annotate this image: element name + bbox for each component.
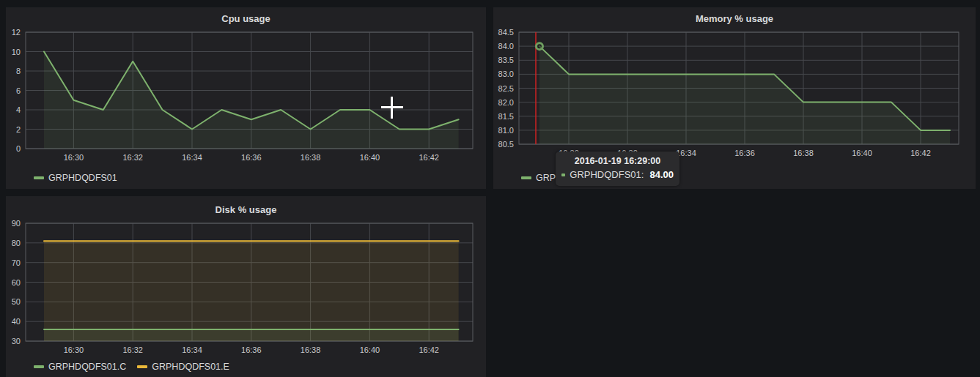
svg-text:16:42: 16:42 [419,153,439,162]
svg-text:16:42: 16:42 [910,149,931,157]
svg-text:80: 80 [12,239,21,247]
svg-text:50: 50 [12,297,21,306]
svg-text:83.5: 83.5 [498,56,514,64]
svg-text:16:30: 16:30 [64,153,84,162]
svg-text:12: 12 [12,28,21,37]
svg-text:90: 90 [12,219,21,228]
svg-text:2: 2 [16,125,21,134]
svg-text:10: 10 [12,48,21,56]
svg-text:16:38: 16:38 [301,346,321,354]
panel-title-memory[interactable]: Memory % usage [493,7,976,24]
series-color-dash-icon [34,365,44,368]
cpu-usage-chart[interactable]: 02468101216:3016:3216:3416:3616:3816:401… [6,7,486,189]
svg-text:81.5: 81.5 [498,112,514,121]
svg-text:80.5: 80.5 [498,140,514,149]
svg-text:16:40: 16:40 [852,149,872,157]
series-color-dash-icon [34,176,44,179]
svg-text:40: 40 [12,317,21,326]
tooltip-series-color-dash [561,173,565,176]
tooltip-series-row: GRPHDQDFS01: 84.00 [561,169,674,180]
svg-text:82.0: 82.0 [498,98,514,107]
svg-text:81.0: 81.0 [498,126,514,135]
disk-legend: GRPHDQDFS01.CGRPHDQDFS01.E [34,362,229,372]
legend-item-label: GRPHDQDFS01 [48,173,117,183]
svg-text:16:30: 16:30 [64,346,84,354]
svg-text:60: 60 [12,278,21,287]
graph-tooltip: 2016-01-19 16:29:00 GRPHDQDFS01: 84.00 [556,152,679,186]
svg-text:16:38: 16:38 [301,153,321,162]
svg-text:16:36: 16:36 [734,149,755,157]
grafana-dashboard: Cpu usage 02468101216:3016:3216:3416:361… [0,0,980,377]
svg-text:16:38: 16:38 [793,149,814,157]
panel-disk-usage: Disk % usage 3040506070809016:3016:3216:… [6,196,486,377]
svg-text:16:36: 16:36 [241,153,262,162]
legend-item-label: GRPHDQDFS01.C [48,362,126,372]
legend-item[interactable]: GRPHDQDFS01 [34,173,117,183]
tooltip-series-value: 84.00 [649,169,674,180]
svg-text:16:42: 16:42 [419,346,439,354]
cpu-legend: GRPHDQDFS01 [34,173,117,183]
legend-item-label: GRPHDQDFS01.E [152,362,229,372]
legend-item[interactable]: GRPHDQDFS01.E [137,362,229,372]
svg-text:84.0: 84.0 [498,42,514,51]
svg-text:16:40: 16:40 [360,346,380,354]
svg-text:16:34: 16:34 [182,153,202,162]
series-color-dash-icon [137,365,147,368]
svg-text:16:34: 16:34 [182,346,202,354]
svg-text:82.5: 82.5 [498,84,514,93]
svg-text:6: 6 [16,86,21,95]
svg-text:16:36: 16:36 [241,346,262,354]
svg-text:0: 0 [16,144,21,153]
disk-usage-chart[interactable]: 3040506070809016:3016:3216:3416:3616:381… [6,196,486,377]
svg-text:70: 70 [12,258,21,267]
series-color-dash-icon [521,176,531,179]
tooltip-timestamp: 2016-01-19 16:29:00 [561,156,674,166]
panel-title-disk[interactable]: Disk % usage [6,196,486,215]
svg-text:16:32: 16:32 [122,153,143,162]
svg-text:4: 4 [16,105,21,114]
panel-cpu-usage: Cpu usage 02468101216:3016:3216:3416:361… [6,7,486,189]
panel-memory-usage: Memory % usage 80.581.081.582.082.583.08… [493,7,976,189]
legend-item[interactable]: GRPHDQDFS01.C [34,362,126,372]
svg-text:16:32: 16:32 [122,346,143,354]
svg-text:16:40: 16:40 [360,153,380,162]
svg-text:83.0: 83.0 [498,70,514,78]
tooltip-series-name: GRPHDQDFS01: [570,169,644,180]
svg-text:30: 30 [12,337,21,346]
svg-text:84.5: 84.5 [498,28,514,37]
panel-title-cpu[interactable]: Cpu usage [6,7,486,24]
svg-text:8: 8 [16,67,21,75]
